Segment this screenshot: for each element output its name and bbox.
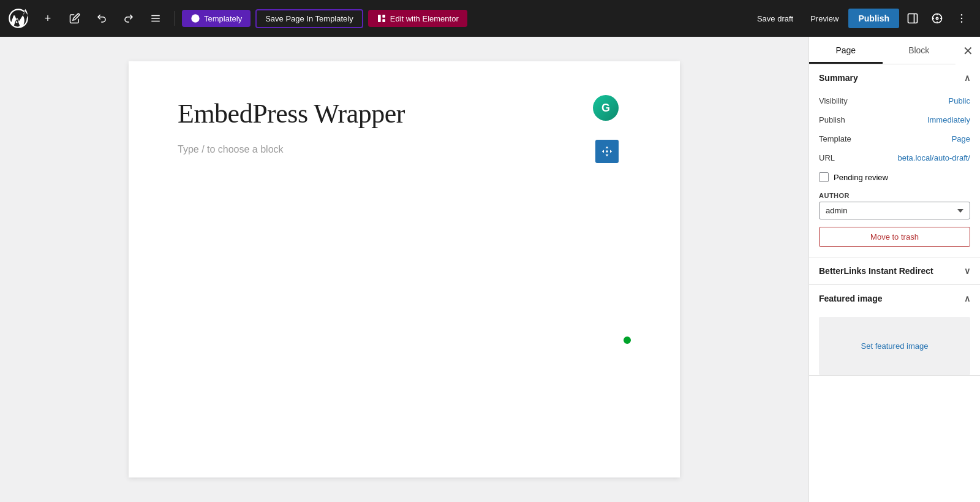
author-select[interactable]: admin bbox=[819, 202, 970, 219]
edit-button[interactable] bbox=[64, 7, 86, 29]
publish-button[interactable]: Publish bbox=[848, 9, 899, 28]
save-templately-button[interactable]: Save Page In Templately bbox=[255, 9, 363, 28]
url-value[interactable]: beta.local/auto-draft/ bbox=[897, 153, 970, 162]
publish-value[interactable]: Immediately bbox=[927, 115, 970, 124]
pending-review-checkbox[interactable] bbox=[819, 172, 829, 182]
status-dot bbox=[624, 337, 631, 344]
pending-review-label: Pending review bbox=[834, 173, 888, 182]
svg-point-18 bbox=[606, 150, 608, 152]
editor-area: EmbedPress Wrapper Type / to choose a bl… bbox=[0, 37, 809, 502]
featured-image-header[interactable]: Featured image bbox=[809, 285, 980, 312]
sidebar-tabs: Page Block bbox=[809, 37, 956, 64]
preview-button[interactable]: Preview bbox=[803, 10, 846, 27]
pending-review-row: Pending review bbox=[819, 167, 970, 187]
url-row: URL beta.local/auto-draft/ bbox=[819, 148, 970, 167]
featured-image-label: Featured image bbox=[819, 294, 882, 303]
add-block-button[interactable]: + bbox=[37, 7, 59, 29]
elementor-button[interactable]: Edit with Elementor bbox=[368, 10, 467, 27]
redo-button[interactable] bbox=[118, 7, 140, 29]
page-title[interactable]: EmbedPress Wrapper bbox=[178, 98, 631, 129]
save-draft-button[interactable]: Save draft bbox=[750, 10, 801, 27]
sidebar-close-button[interactable]: ✕ bbox=[956, 39, 980, 63]
featured-image-panel: Set featured image bbox=[809, 312, 980, 375]
visibility-label: Visibility bbox=[819, 96, 848, 105]
set-featured-image-button[interactable]: Set featured image bbox=[819, 317, 970, 375]
tab-block[interactable]: Block bbox=[883, 37, 956, 64]
svg-rect-4 bbox=[378, 15, 381, 22]
move-to-trash-button[interactable]: Move to trash bbox=[819, 227, 970, 247]
svg-rect-5 bbox=[382, 15, 385, 18]
summary-body: Visibility Public Publish Immediately Te… bbox=[809, 91, 980, 257]
toggle-sidebar-button[interactable] bbox=[902, 7, 924, 29]
svg-rect-6 bbox=[382, 19, 385, 22]
betterlinks-label: BetterLinks Instant Redirect bbox=[819, 266, 933, 276]
template-row: Template Page bbox=[819, 129, 970, 148]
featured-image-chevron-icon bbox=[964, 294, 970, 303]
betterlinks-chevron-icon bbox=[964, 266, 970, 276]
betterlinks-header[interactable]: BetterLinks Instant Redirect bbox=[809, 257, 980, 284]
editor-canvas: EmbedPress Wrapper Type / to choose a bl… bbox=[129, 61, 680, 477]
right-sidebar: Page Block ✕ Summary Visibility Public bbox=[809, 37, 980, 502]
main-toolbar: + Templately Save Page In Templately Edi… bbox=[0, 0, 980, 37]
tab-page[interactable]: Page bbox=[809, 37, 883, 64]
main-layout: EmbedPress Wrapper Type / to choose a bl… bbox=[0, 37, 980, 502]
publish-row: Publish Immediately bbox=[819, 110, 970, 129]
sidebar-header: Page Block ✕ bbox=[809, 37, 980, 64]
betterlinks-section: BetterLinks Instant Redirect bbox=[809, 257, 980, 285]
featured-image-section: Featured image Set featured image bbox=[809, 285, 980, 376]
tools-button[interactable] bbox=[145, 7, 167, 29]
svg-rect-7 bbox=[908, 14, 918, 23]
toolbar-divider-1 bbox=[174, 11, 175, 26]
block-placeholder[interactable]: Type / to choose a block bbox=[178, 144, 631, 155]
svg-point-15 bbox=[961, 14, 963, 16]
grammarly-icon: G bbox=[593, 95, 619, 121]
more-options-button[interactable] bbox=[951, 7, 973, 29]
template-value[interactable]: Page bbox=[952, 134, 970, 143]
summary-header[interactable]: Summary bbox=[809, 64, 980, 91]
summary-section: Summary Visibility Public Publish Immedi… bbox=[809, 64, 980, 257]
toolbar-right: Save draft Preview Publish bbox=[750, 7, 973, 29]
wp-logo[interactable] bbox=[7, 7, 29, 29]
summary-chevron-icon bbox=[964, 73, 970, 83]
block-drag-handle[interactable] bbox=[595, 140, 619, 163]
publish-label: Publish bbox=[819, 115, 845, 124]
svg-point-17 bbox=[961, 21, 963, 23]
visibility-value[interactable]: Public bbox=[949, 96, 970, 105]
settings-button[interactable] bbox=[926, 7, 948, 29]
url-label: URL bbox=[819, 153, 835, 162]
svg-point-9 bbox=[936, 17, 938, 19]
visibility-row: Visibility Public bbox=[819, 91, 970, 110]
svg-point-16 bbox=[961, 18, 963, 20]
template-label: Template bbox=[819, 134, 851, 143]
summary-label: Summary bbox=[819, 73, 858, 83]
author-section-label: AUTHOR bbox=[819, 187, 970, 202]
undo-button[interactable] bbox=[91, 7, 113, 29]
templately-button[interactable]: Templately bbox=[182, 10, 251, 27]
